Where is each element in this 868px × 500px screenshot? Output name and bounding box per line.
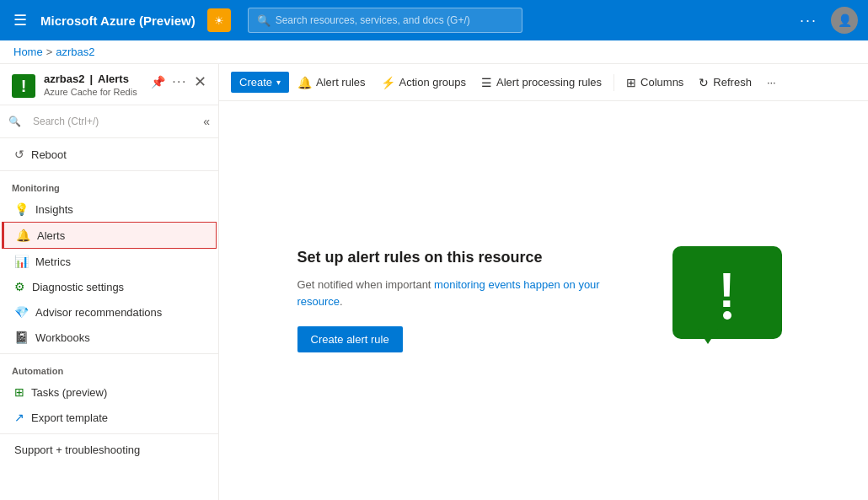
- sidebar-nav: ↺ Reboot Monitoring 💡 Insights 🔔 Alerts …: [0, 138, 218, 500]
- refresh-label: Refresh: [713, 76, 752, 89]
- sidebar-item-workbooks[interactable]: 📓 Workbooks: [0, 325, 218, 350]
- alert-processing-label: Alert processing rules: [496, 76, 602, 89]
- columns-icon: ⊞: [626, 76, 636, 89]
- monitoring-section-label: Monitoring: [0, 175, 218, 196]
- breadcrumb: Home > azrbas2: [0, 40, 868, 64]
- pin-icon[interactable]: 📌: [151, 75, 165, 89]
- reboot-icon: ↺: [14, 148, 24, 161]
- topbar: ☰ Microsoft Azure (Preview) ☀ 🔍 ··· 👤: [0, 0, 868, 40]
- sidebar: ! azrbas2 | Alerts Azure Cache for Redis…: [0, 64, 219, 500]
- sidebar-item-label: Tasks (preview): [31, 386, 107, 399]
- resource-header: ! azrbas2 | Alerts Azure Cache for Redis…: [0, 64, 218, 105]
- global-search[interactable]: 🔍: [248, 8, 523, 33]
- action-groups-button[interactable]: ⚡ Action groups: [374, 72, 474, 94]
- workbooks-icon: 📓: [14, 331, 29, 344]
- sidebar-item-label: Advisor recommendations: [35, 306, 162, 319]
- alerts-icon: 🔔: [16, 228, 30, 242]
- sidebar-item-label: Export template: [31, 411, 108, 424]
- empty-state-text: Set up alert rules on this resource Get …: [297, 249, 618, 352]
- resource-subtitle: Azure Cache for Redis: [44, 87, 142, 97]
- sidebar-item-support[interactable]: Support + troubleshooting: [0, 438, 218, 462]
- sidebar-item-label: Alerts: [37, 229, 65, 242]
- sidebar-item-label: Workbooks: [35, 331, 90, 344]
- toolbar-more-button[interactable]: ···: [760, 72, 783, 93]
- sidebar-item-metrics[interactable]: 📊 Metrics: [0, 249, 218, 274]
- sidebar-item-insights[interactable]: 💡 Insights: [0, 196, 218, 222]
- sidebar-item-tasks[interactable]: ⊞ Tasks (preview): [0, 379, 218, 405]
- close-icon[interactable]: ✕: [194, 73, 206, 91]
- resource-title-block: azrbas2 | Alerts Azure Cache for Redis: [44, 73, 142, 97]
- resource-alert-icon: !: [12, 74, 35, 98]
- toolbar-divider: [613, 74, 614, 91]
- sidebar-item-label: Support + troubleshooting: [14, 444, 140, 456]
- create-button[interactable]: Create ▾: [231, 72, 289, 93]
- action-groups-icon: ⚡: [381, 76, 395, 89]
- create-alert-rule-button[interactable]: Create alert rule: [297, 326, 403, 352]
- export-icon: ↗: [14, 411, 24, 424]
- alert-rules-icon: 🔔: [297, 76, 312, 89]
- resource-name: azrbas2: [44, 73, 84, 85]
- notification-icon[interactable]: ☀: [207, 8, 231, 32]
- content-body: Set up alert rules on this resource Get …: [219, 101, 868, 500]
- automation-section-label: Automation: [0, 358, 218, 379]
- sidebar-item-label: Reboot: [31, 148, 67, 161]
- refresh-button[interactable]: ↻ Refresh: [692, 72, 758, 94]
- create-chevron-icon: ▾: [276, 78, 281, 87]
- sidebar-item-label: Diagnostic settings: [32, 281, 124, 293]
- sidebar-item-reboot[interactable]: ↺ Reboot: [0, 142, 218, 167]
- sidebar-item-alerts[interactable]: 🔔 Alerts: [2, 222, 217, 249]
- topbar-more-icon[interactable]: ···: [793, 8, 824, 33]
- alert-bubble-dot: [723, 311, 731, 320]
- alerts-label: Alerts: [98, 73, 129, 85]
- toolbar-more-icon: ···: [767, 76, 776, 89]
- create-label: Create: [239, 76, 272, 89]
- insights-icon: 💡: [14, 202, 29, 216]
- columns-label: Columns: [640, 76, 683, 89]
- empty-state-title: Set up alert rules on this resource: [297, 249, 618, 266]
- advisor-icon: 💎: [14, 305, 29, 319]
- resource-title: azrbas2 | Alerts: [44, 73, 142, 85]
- diagnostic-icon: ⚙: [14, 280, 25, 293]
- exclamation-icon: !: [719, 266, 735, 315]
- metrics-icon: 📊: [14, 255, 29, 268]
- alert-illustration: !: [672, 246, 790, 356]
- columns-button[interactable]: ⊞ Columns: [619, 72, 690, 94]
- sidebar-collapse-icon[interactable]: «: [203, 115, 210, 128]
- sidebar-item-diagnostic[interactable]: ⚙ Diagnostic settings: [0, 274, 218, 299]
- empty-state-description: Get notified when important monitoring e…: [297, 277, 618, 309]
- sidebar-search-input[interactable]: [26, 112, 198, 131]
- sidebar-item-label: Metrics: [35, 255, 71, 268]
- action-groups-label: Action groups: [399, 76, 467, 89]
- search-input[interactable]: [276, 14, 514, 26]
- hamburger-menu[interactable]: ☰: [10, 8, 30, 33]
- refresh-icon: ↻: [699, 76, 709, 89]
- resource-actions: 📌 ··· ✕: [151, 73, 206, 91]
- sidebar-item-advisor[interactable]: 💎 Advisor recommendations: [0, 299, 218, 325]
- sidebar-item-export[interactable]: ↗ Export template: [0, 405, 218, 430]
- breadcrumb-current[interactable]: azrbas2: [56, 46, 94, 58]
- alert-bubble: !: [672, 246, 782, 339]
- resource-more-icon[interactable]: ···: [172, 74, 187, 89]
- app-title: Microsoft Azure (Preview): [40, 13, 196, 28]
- sidebar-item-label: Insights: [35, 203, 73, 216]
- tasks-icon: ⊞: [14, 385, 24, 399]
- alert-rules-button[interactable]: 🔔 Alert rules: [291, 72, 372, 94]
- alert-processing-icon: ☰: [481, 76, 492, 89]
- sidebar-search[interactable]: 🔍 «: [0, 105, 218, 138]
- content-area: Create ▾ 🔔 Alert rules ⚡ Action groups ☰…: [219, 64, 868, 500]
- avatar[interactable]: 👤: [831, 7, 858, 34]
- alert-rules-label: Alert rules: [316, 76, 366, 89]
- alert-processing-button[interactable]: ☰ Alert processing rules: [474, 72, 608, 94]
- sidebar-search-icon: 🔍: [8, 116, 21, 127]
- main-container: ! azrbas2 | Alerts Azure Cache for Redis…: [0, 64, 868, 500]
- toolbar: Create ▾ 🔔 Alert rules ⚡ Action groups ☰…: [219, 64, 868, 101]
- breadcrumb-home[interactable]: Home: [13, 46, 43, 58]
- monitoring-events-link[interactable]: monitoring events happen on your resourc…: [297, 278, 600, 308]
